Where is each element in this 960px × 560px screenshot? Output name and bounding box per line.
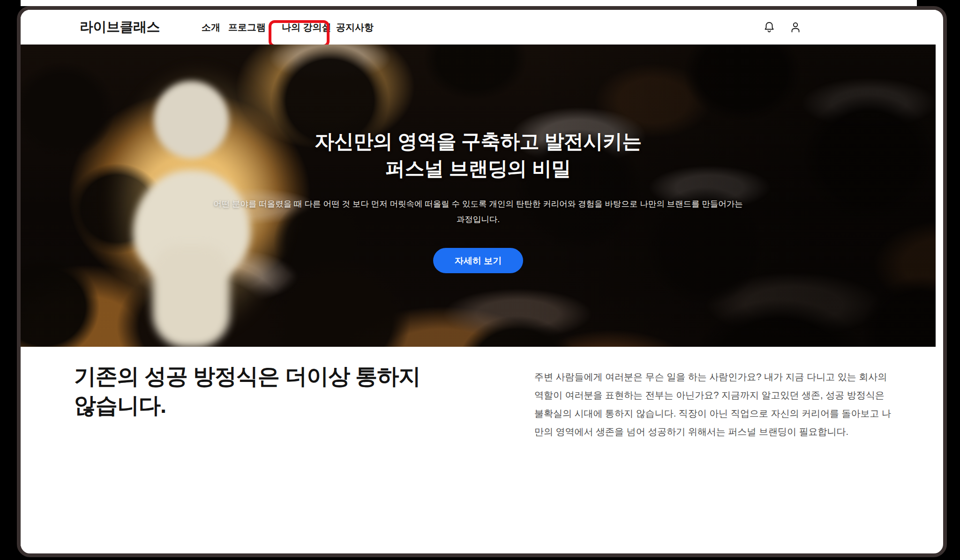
page: 라이브클래스 소개 프로그램 나의 강의실 공지사항: [21, 10, 936, 546]
browser-mock-frame: 라이브클래스 소개 프로그램 나의 강의실 공지사항: [17, 6, 947, 557]
hero-title: 자신만의 영역을 구축하고 발전시키는 퍼스널 브랜딩의 비밀: [21, 45, 936, 182]
nav-item-classroom[interactable]: 나의 강의실: [282, 21, 331, 34]
hero-banner: 자신만의 영역을 구축하고 발전시키는 퍼스널 브랜딩의 비밀 어떤 분야를 떠…: [21, 45, 936, 347]
nav-item-intro[interactable]: 소개: [202, 21, 220, 34]
hero-subtitle: 어떤 분야를 떠올렸을 때 다른 어떤 것 보다 먼저 머릿속에 떠올릴 수 있…: [202, 196, 755, 227]
header-icons: [763, 10, 802, 45]
hero-title-line1: 자신만의 영역을 구축하고 발전시키는: [21, 128, 936, 155]
details-button[interactable]: 자세히 보기: [433, 248, 523, 273]
hero-content: 자신만의 영역을 구축하고 발전시키는 퍼스널 브랜딩의 비밀 어떤 분야를 떠…: [21, 45, 936, 273]
site-header: 라이브클래스 소개 프로그램 나의 강의실 공지사항: [21, 10, 936, 45]
intro-section: 기존의 성공 방정식은 더이상 통하지 않습니다. 주변 사람들에게 여러분은 …: [21, 347, 936, 546]
nav-item-program[interactable]: 프로그램: [228, 21, 266, 34]
brand-logo: 라이브클래스: [80, 18, 160, 37]
intro-heading: 기존의 성공 방정식은 더이상 통하지 않습니다.: [74, 362, 440, 420]
user-icon[interactable]: [789, 21, 802, 33]
intro-body: 주변 사람들에게 여러분은 무슨 일을 하는 사람인가요? 내가 지금 다니고 …: [534, 368, 896, 441]
bell-icon[interactable]: [763, 21, 775, 33]
backdrop-top-strip: [21, 0, 917, 6]
hero-title-line2: 퍼스널 브랜딩의 비밀: [21, 155, 936, 182]
nav-item-notice[interactable]: 공지사항: [336, 21, 374, 34]
